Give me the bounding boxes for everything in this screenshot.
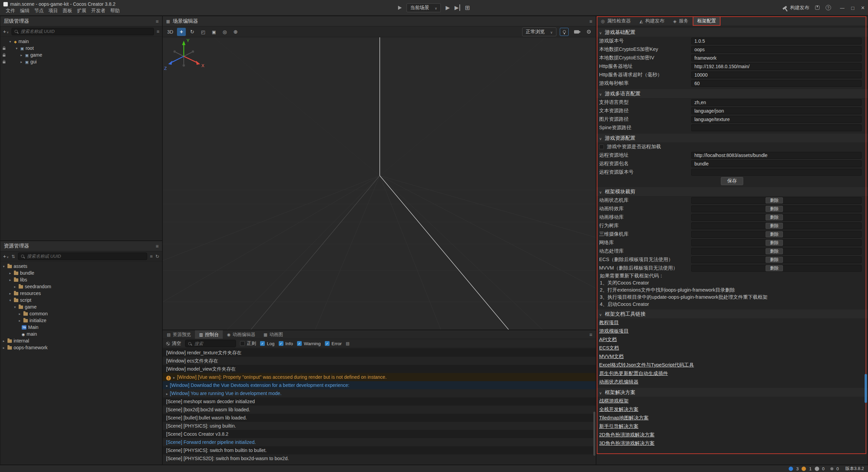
sort-icon[interactable]: [12, 253, 15, 259]
solution-link-2drpg[interactable]: 2D角色扮演游戏解决方案: [599, 431, 655, 439]
chevron-right-icon[interactable]: [18, 312, 22, 316]
projection-3d-toggle[interactable]: 3D: [165, 28, 175, 36]
tab-animation-graph[interactable]: 动画图: [259, 330, 287, 339]
asset-node-main-ts[interactable]: TS Main: [0, 324, 162, 331]
chevron-right-icon[interactable]: [13, 285, 17, 289]
http-timeout-input[interactable]: [691, 72, 862, 78]
remote-version-input[interactable]: [691, 169, 862, 176]
delete-button[interactable]: 删除: [766, 248, 783, 254]
delete-button[interactable]: 删除: [766, 223, 783, 229]
image-res-path-input[interactable]: [691, 116, 862, 123]
chevron-right-icon[interactable]: [2, 346, 6, 350]
languages-input[interactable]: [691, 99, 862, 106]
warning-count-icon[interactable]: [802, 467, 806, 471]
view-mode-dropdown[interactable]: 正常浏览: [522, 27, 556, 36]
scene-viewport[interactable]: Y X Z: [163, 37, 596, 330]
section-header-docs[interactable]: 框架文档工具链接: [596, 310, 868, 318]
delete-button[interactable]: 删除: [766, 240, 783, 246]
asset-node-seedrandom[interactable]: seedrandom: [0, 283, 162, 290]
solution-link-tiledmap[interactable]: Tiledmap地图解决方案: [599, 414, 649, 422]
panel-menu-icon[interactable]: [156, 18, 159, 24]
menu-project[interactable]: 项目: [46, 8, 60, 14]
log-row[interactable]: [Scene] [bullet]:bullet wasm lib loaded.: [163, 414, 596, 422]
scene-settings-button[interactable]: [584, 28, 593, 36]
message-count-icon[interactable]: [789, 467, 793, 471]
delete-button[interactable]: 删除: [766, 214, 783, 220]
solution-link-chess[interactable]: 战棋游戏框架: [599, 397, 629, 405]
doc-link-animator-editor[interactable]: 动画状态机编辑器: [599, 378, 638, 386]
package-icon[interactable]: [815, 6, 820, 10]
chevron-right-icon[interactable]: [18, 319, 22, 322]
log-row[interactable]: [Scene] [PHYSICS]: switch from builtin t…: [163, 446, 596, 454]
section-header-modules[interactable]: 框架模块裁剪: [596, 187, 868, 196]
crypto-key-input[interactable]: [691, 46, 862, 53]
log-row[interactable]: [Window] model_view文件夹存在: [163, 365, 596, 373]
hierarchy-node-gui[interactable]: gui: [0, 58, 162, 65]
hierarchy-node-root[interactable]: root: [0, 45, 162, 52]
remote-load-checkbox[interactable]: [599, 144, 604, 149]
pivot-toggle-button[interactable]: [220, 28, 229, 36]
filter-icon[interactable]: [150, 253, 153, 259]
log-row[interactable]: [Scene] [box2d]:box2d wasm lib loaded.: [163, 406, 596, 414]
tab-build-publish[interactable]: 构建发布: [635, 16, 669, 26]
crypto-iv-input[interactable]: [691, 55, 862, 61]
asset-node-bundle[interactable]: bundle: [0, 270, 162, 276]
tab-property-inspector[interactable]: 属性检查器: [596, 16, 635, 26]
tab-animation-editor[interactable]: 动画编辑器: [223, 330, 259, 339]
log-row-info[interactable]: ▸[Window] You are running Vue in develop…: [163, 389, 596, 397]
asset-node-game[interactable]: game: [0, 303, 162, 310]
spine-res-path-input[interactable]: [691, 124, 862, 131]
asset-node-assets[interactable]: assets: [0, 263, 162, 270]
tab-framework-config[interactable]: 框架配置: [693, 16, 721, 26]
delete-button[interactable]: 删除: [766, 257, 783, 263]
maximize-button[interactable]: [851, 5, 854, 11]
chevron-down-icon[interactable]: [8, 40, 12, 43]
fps-input[interactable]: [691, 80, 862, 87]
filter-icon[interactable]: [157, 28, 159, 35]
asset-node-initialize[interactable]: initialize: [0, 317, 162, 324]
menu-help[interactable]: 帮助: [108, 8, 122, 14]
game-version-input[interactable]: [691, 38, 862, 44]
delete-button[interactable]: 删除: [766, 206, 783, 212]
delete-button[interactable]: 删除: [766, 231, 783, 237]
menu-file[interactable]: 文件: [3, 8, 18, 14]
inspector-scrollbar-thumb[interactable]: [865, 374, 867, 403]
hierarchy-node-main[interactable]: main: [0, 38, 162, 45]
log-row-warning[interactable]: ▸[Window] [Vue warn]: Property "onInput"…: [163, 373, 596, 381]
section-header-language[interactable]: 游戏多语言配置: [596, 89, 868, 98]
save-button[interactable]: 保存: [721, 177, 743, 185]
close-button[interactable]: [861, 4, 865, 11]
chevron-down-icon[interactable]: [8, 298, 12, 302]
asset-node-main-scene[interactable]: main: [0, 331, 162, 337]
filter-warning[interactable]: Warning: [297, 341, 321, 346]
lock-icon[interactable]: [3, 48, 5, 50]
solution-link-fullstack[interactable]: 全栈开发解决方案: [599, 405, 638, 414]
world-local-toggle[interactable]: [231, 28, 240, 36]
asset-node-resources[interactable]: resources: [0, 290, 162, 297]
solution-link-3drpg[interactable]: 3D角色扮演游戏解决方案: [599, 439, 655, 448]
minimize-button[interactable]: [840, 5, 844, 11]
chevron-right-icon[interactable]: [19, 53, 23, 57]
expand-chevron-icon[interactable]: ▸: [173, 376, 175, 379]
asset-node-common[interactable]: common: [0, 310, 162, 317]
move-tool-button[interactable]: [177, 28, 186, 36]
rotate-tool-button[interactable]: [188, 28, 197, 36]
log-row[interactable]: [Window] ecs文件夹存在: [163, 357, 596, 365]
log-row[interactable]: [Window] render_texture文件夹存在: [163, 349, 596, 357]
expand-chevron-icon[interactable]: ▸: [166, 384, 168, 388]
log-row[interactable]: [Scene] [PHYSICS2D]: switch from box2d-w…: [163, 454, 596, 463]
doc-link-excel-tool[interactable]: Excel格式转Json文件与TypeScript代码工具: [599, 361, 694, 369]
lock-icon[interactable]: [3, 55, 5, 57]
menu-node[interactable]: 节点: [32, 8, 46, 14]
log-row[interactable]: [Scene] meshopt wasm decoder initialized: [163, 397, 596, 406]
delete-button[interactable]: 删除: [766, 197, 783, 203]
chevron-right-icon[interactable]: [8, 278, 12, 282]
doc-link-api[interactable]: API文档: [599, 335, 617, 344]
export-log-icon[interactable]: [346, 341, 350, 346]
log-row[interactable]: [Scene] [PHYSICS]: using builtin.: [163, 422, 596, 430]
chevron-right-icon[interactable]: [2, 339, 6, 343]
hierarchy-search-input[interactable]: [20, 28, 151, 34]
build-publish-button[interactable]: 构建发布: [783, 5, 809, 11]
rect-tool-button[interactable]: [210, 28, 218, 36]
add-node-button[interactable]: +: [3, 28, 9, 34]
